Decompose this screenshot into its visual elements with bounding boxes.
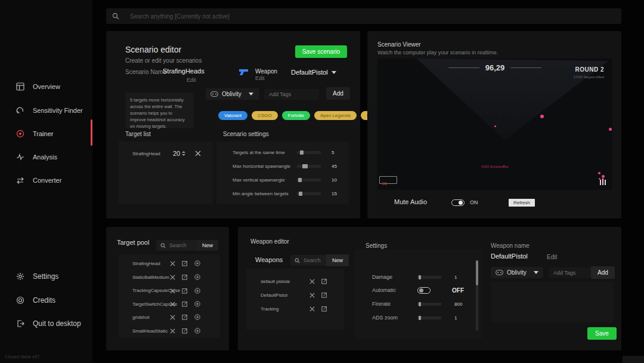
sidebar-item-analysis[interactable]: Analysis [0, 148, 92, 166]
weapon-settings-box: Damage 1 Automatic OFF Firerate 800 ADS … [355, 250, 482, 339]
active-item-indicator [91, 119, 92, 146]
delete-icon[interactable] [170, 302, 175, 307]
setting-value: 10 [332, 177, 337, 183]
weapon-setting-row: Automatic OFF [355, 286, 482, 294]
target-dot [609, 128, 612, 131]
automatic-toggle[interactable] [417, 287, 431, 294]
scenario-editor-panel: Scenario editor Create or edit your scen… [106, 31, 360, 219]
weapon-add-tag-button[interactable]: Add [591, 266, 615, 279]
scenario-name-label: Scenario Name [125, 69, 166, 75]
add-tags-input[interactable] [264, 89, 319, 100]
tag-pill[interactable]: CSGO [252, 111, 278, 120]
pool-row[interactable]: StrafingHead [119, 259, 220, 267]
weapons-new-button[interactable]: New [326, 254, 349, 266]
add-circle-icon[interactable] [194, 288, 200, 294]
weapon-setting-slider[interactable] [417, 303, 441, 306]
sidebar-item-overview[interactable]: Overview [0, 78, 92, 96]
add-tag-button[interactable]: Add [326, 87, 350, 100]
weapon-setting-slider[interactable] [417, 276, 441, 279]
edit-icon[interactable] [182, 274, 188, 280]
add-circle-icon[interactable] [194, 314, 200, 320]
pool-row[interactable]: StaticBallMedium [119, 273, 220, 281]
chevron-down-icon [534, 271, 538, 274]
edit-icon[interactable] [321, 306, 327, 312]
mute-toggle-state: ON [470, 199, 478, 205]
setting-label: Max vertical spawnangle [233, 177, 297, 183]
weapon-name-edit-link[interactable]: Edit [547, 254, 557, 260]
sidebar-item-settings[interactable]: Settings [0, 267, 92, 285]
tag-pill[interactable]: Valorant [218, 111, 247, 120]
target-count-stepper[interactable] [182, 151, 185, 156]
pool-row[interactable]: TrackingCapsuleClose [119, 284, 220, 297]
delete-icon[interactable] [170, 328, 175, 334]
viewer-subtitle: Watch the computer play your scenario in… [377, 50, 498, 56]
scenario-name-edit-link[interactable]: Edit [187, 77, 196, 83]
scenario-description-box[interactable]: 5 targets move horizontally across the e… [125, 93, 194, 128]
weapon-edit-link[interactable]: Edit [255, 75, 265, 81]
pool-row[interactable]: gridshot [119, 313, 220, 321]
scenario-settings-box: Targets at the same time 5 Max horizonta… [216, 141, 349, 204]
sidebar-item-converter[interactable]: Converter [0, 171, 92, 189]
refresh-button[interactable]: Refresh [509, 199, 535, 207]
weapon-tag-source-dropdown[interactable]: Oblivity [491, 267, 543, 278]
hp-value: 36 [382, 181, 387, 186]
pool-row[interactable]: TargetSwitchCapsule [119, 300, 220, 308]
add-circle-icon[interactable] [194, 260, 200, 266]
setting-slider[interactable] [297, 179, 321, 182]
target-pool-new-button[interactable]: New [197, 240, 218, 251]
edit-icon[interactable] [321, 292, 327, 298]
sidebar-item-trainer[interactable]: Trainer [0, 125, 92, 143]
tag-pill[interactable]: Fortnite [282, 111, 310, 120]
weapon-row[interactable]: DefaultPistol [246, 291, 344, 299]
setting-slider[interactable] [297, 151, 321, 154]
target-name: StrafingHead [132, 151, 173, 156]
weapon-save-button[interactable]: Save [587, 327, 617, 340]
sidebar-item-credits[interactable]: Credits [0, 291, 92, 309]
weapon-select-dropdown[interactable]: DefaultPistol [291, 69, 336, 76]
target-list-row[interactable]: StrafingHead 20 [119, 149, 213, 158]
viewer-viewport[interactable]: 96,29 ROUND 2 17/23 Targets killed KI03 … [377, 59, 612, 190]
weapon-name-value: DefaultPistol [491, 253, 528, 260]
weapon-setting-label: ADS zoom [372, 315, 417, 321]
save-scenario-button[interactable]: Save scenario [295, 45, 347, 58]
search-input[interactable] [130, 13, 547, 20]
mute-audio-toggle[interactable] [451, 199, 465, 206]
setting-value: 5 [332, 150, 334, 155]
add-circle-icon[interactable] [194, 274, 200, 280]
delete-icon[interactable] [170, 288, 175, 294]
global-search-bar[interactable] [106, 8, 621, 24]
delete-icon[interactable] [309, 293, 315, 298]
weapon-row[interactable]: default pistole [246, 277, 344, 285]
delete-icon[interactable] [170, 261, 175, 266]
sidebar-item-sensitivity-finder[interactable]: Sensitivity Finder [0, 101, 92, 119]
version-label: Closed Beta v57 [5, 354, 40, 359]
pool-row[interactable]: SmallHeadStatic [119, 327, 220, 335]
setting-slider[interactable] [297, 192, 321, 195]
setting-slider[interactable] [297, 165, 321, 168]
weapon-setting-row: ADS zoom 1 [355, 313, 482, 322]
edit-icon[interactable] [182, 260, 188, 266]
target-pool-search-input[interactable] [169, 242, 200, 248]
delete-icon[interactable] [170, 275, 175, 280]
edit-icon[interactable] [182, 288, 188, 294]
add-circle-icon[interactable] [194, 328, 200, 334]
weapon-setting-slider[interactable] [417, 316, 441, 319]
delete-icon[interactable] [309, 306, 315, 312]
edit-icon[interactable] [182, 314, 188, 320]
delete-icon[interactable] [170, 315, 175, 320]
remove-target-icon[interactable] [195, 150, 201, 156]
add-circle-icon[interactable] [194, 301, 200, 307]
weapon-row[interactable]: Tracking [246, 304, 344, 313]
weapon-setting-value: 1 [454, 315, 457, 321]
tag-source-dropdown[interactable]: Oblivity [206, 88, 259, 100]
sidebar-item-label: Trainer [33, 130, 53, 137]
edit-icon[interactable] [182, 328, 188, 334]
edit-icon[interactable] [182, 301, 188, 307]
score-value: 96,29 [485, 63, 505, 72]
pool-item-name: SmallHeadStatic [132, 328, 170, 334]
tag-pill[interactable]: Apex Legends [314, 111, 357, 120]
delete-icon[interactable] [309, 279, 315, 284]
edit-icon[interactable] [321, 278, 327, 284]
sidebar-item-quit[interactable]: Quit to desktop [0, 315, 92, 333]
gear-icon [16, 272, 24, 281]
